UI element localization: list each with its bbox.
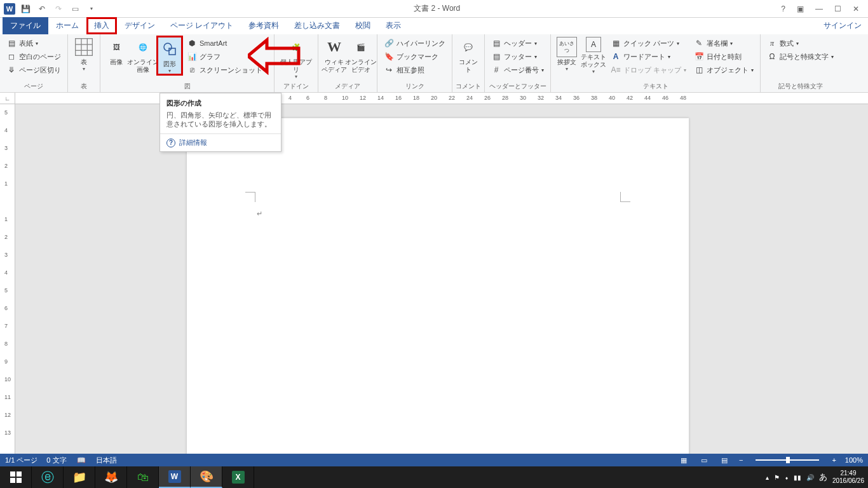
read-mode-view-icon[interactable]: ▭ [698, 456, 710, 464]
online-video-button[interactable]: 🎬オンライン ビデオ [348, 36, 374, 74]
tray-volume-icon[interactable]: 🔊 [806, 474, 814, 481]
touch-mode-icon[interactable]: ▭ [69, 3, 81, 15]
taskbar-store-icon[interactable]: 🛍 [127, 466, 159, 488]
ribbon: ▤表紙 ▾ ◻空白のページ ⤋ページ区切り ページ 表▾ 表 🖼画像 🌐オンライ… [0, 34, 868, 93]
vertical-ruler[interactable]: 5432112345678910111213 [0, 104, 15, 455]
equation-button[interactable]: π数式 ▾ [764, 37, 836, 50]
personal-apps-button[interactable]: 🧩個人用アプリ▾ [277, 36, 315, 79]
tab-view[interactable]: 表示 [378, 17, 409, 34]
print-layout-view-icon[interactable]: ▦ [678, 456, 689, 464]
tray-ime-indicator[interactable]: あ [819, 471, 827, 483]
signature-button[interactable]: ✎署名欄 ▾ [691, 37, 756, 50]
taskbar-explorer-icon[interactable]: 📁 [64, 466, 95, 488]
chart-button[interactable]: 📊グラフ [184, 50, 270, 63]
object-button[interactable]: ◫オブジェクト ▾ [691, 64, 756, 76]
wordart-button[interactable]: Aワードアート ▾ [608, 50, 689, 63]
document-page[interactable]: ↵ [187, 118, 689, 455]
taskbar-word-icon[interactable]: W [159, 466, 191, 488]
tray-chevron-icon[interactable]: ▴ [766, 474, 769, 481]
undo-icon[interactable]: ↶ [36, 3, 48, 15]
quickparts-button[interactable]: ▦クイック パーツ ▾ [608, 37, 689, 50]
video-icon: 🎬 [351, 37, 371, 57]
web-layout-view-icon[interactable]: ▤ [719, 456, 730, 464]
tray-network-icon[interactable]: ▮▮ [794, 474, 801, 481]
textbox-icon: A [586, 37, 601, 52]
tray-bluetooth-icon[interactable]: ⬧ [785, 474, 789, 481]
taskbar-firefox-icon[interactable]: 🦊 [95, 466, 127, 488]
status-word-count[interactable]: 0 文字 [46, 456, 66, 465]
tooltip-body: 円、四角形、矢印など、標準で用意されている図形を挿入します。 [160, 111, 281, 133]
tab-mailings[interactable]: 差し込み文書 [287, 17, 348, 34]
close-icon[interactable]: ✕ [850, 4, 862, 13]
tab-file[interactable]: ファイル [3, 17, 48, 34]
comment-button[interactable]: 💬コメント [455, 36, 482, 74]
tab-references[interactable]: 参考資料 [241, 17, 287, 34]
group-label-media: メディア [321, 81, 374, 92]
footer-icon: ▤ [491, 51, 501, 62]
tab-home[interactable]: ホーム [48, 17, 86, 34]
tray-flag-icon[interactable]: ⚑ [774, 474, 780, 481]
zoom-in-button[interactable]: + [832, 456, 836, 464]
table-button[interactable]: 表▾ [71, 36, 97, 72]
svg-point-5 [164, 43, 172, 51]
help-icon[interactable]: ? [778, 4, 788, 13]
qat-customize-icon[interactable]: ▾ [85, 3, 98, 15]
window-title: 文書 2 - Word [102, 3, 772, 14]
status-language[interactable]: 日本語 [96, 456, 117, 465]
datetime-button[interactable]: 📅日付と時刻 [691, 50, 756, 63]
smartart-icon: ⬢ [187, 38, 197, 48]
tab-insert[interactable]: 挿入 [86, 17, 117, 34]
taskbar-paint-icon[interactable]: 🎨 [191, 466, 222, 488]
minimize-icon[interactable]: — [813, 4, 825, 13]
zoom-slider[interactable] [756, 459, 819, 461]
maximize-icon[interactable]: ☐ [832, 4, 844, 13]
bookmark-button[interactable]: 🔖ブックマーク [381, 50, 448, 63]
blank-page-button[interactable]: ◻空白のページ [4, 50, 64, 63]
save-icon[interactable]: 💾 [19, 3, 32, 15]
spellcheck-icon[interactable]: 📖 [76, 456, 87, 464]
screenshot-button[interactable]: ⎚スクリーンショット ▾ [184, 64, 270, 76]
sign-in-link[interactable]: サインイン [817, 17, 868, 34]
page-break-button[interactable]: ⤋ページ区切り [4, 64, 64, 76]
quick-access-toolbar: W 💾 ↶ ↷ ▭ ▾ [0, 3, 102, 15]
header-button[interactable]: ▤ヘッダー ▾ [489, 37, 546, 50]
symbol-icon: Ω [767, 51, 777, 62]
ribbon-tabs: ファイル ホーム 挿入 デザイン ページ レイアウト 参考資料 差し込み文書 校… [0, 18, 868, 34]
hyperlink-button[interactable]: 🔗ハイパーリンク [381, 37, 448, 50]
chart-icon: 📊 [187, 51, 197, 62]
cover-page-button[interactable]: ▤表紙 ▾ [4, 37, 64, 50]
tooltip-more-info[interactable]: ? 詳細情報 [160, 133, 281, 151]
status-page[interactable]: 1/1 ページ [5, 456, 37, 465]
ribbon-options-icon[interactable]: ▣ [794, 4, 806, 13]
symbol-button[interactable]: Ω記号と特殊文字 ▾ [764, 50, 836, 63]
textbox-button[interactable]: Aテキスト ボックス▾ [580, 36, 607, 74]
crossref-button[interactable]: ↪相互参照 [381, 64, 448, 76]
tab-page-layout[interactable]: ページ レイアウト [163, 17, 241, 34]
group-addins: 🧩個人用アプリ▾ アドイン [275, 34, 318, 92]
zoom-level[interactable]: 100% [845, 456, 863, 464]
zoom-out-button[interactable]: − [739, 456, 743, 464]
greeting-button[interactable]: あいさつ挨拶文▾ [553, 36, 580, 72]
taskbar-excel-icon[interactable]: X [222, 466, 254, 488]
wikipedia-button[interactable]: Wウィキ ペディア [321, 36, 348, 74]
horizontal-ruler[interactable]: 4681012141618202224262830323436384042444… [15, 93, 868, 104]
tab-review[interactable]: 校閲 [348, 17, 378, 34]
footer-button[interactable]: ▤フッター ▾ [489, 50, 546, 63]
tray-clock[interactable]: 21:49 2016/06/26 [832, 470, 864, 485]
quickparts-icon: ▦ [611, 38, 621, 48]
tab-design[interactable]: デザイン [117, 17, 163, 34]
group-comments: 💬コメント コメント [452, 34, 485, 92]
wikipedia-icon: W [324, 37, 344, 57]
smartart-button[interactable]: ⬢SmartArt [184, 37, 270, 50]
shapes-button[interactable]: 図形▾ [156, 36, 183, 76]
redo-icon[interactable]: ↷ [52, 3, 65, 15]
crossref-icon: ↪ [384, 65, 394, 75]
taskbar-ie-icon[interactable]: ⓔ [32, 466, 64, 488]
dropcap-button[interactable]: A≡ドロップ キャップ ▾ [608, 64, 689, 76]
group-tables: 表▾ 表 [68, 34, 100, 92]
online-pictures-button[interactable]: 🌐オンライン 画像 [130, 36, 156, 74]
page-number-button[interactable]: #ページ番号 ▾ [489, 64, 546, 76]
pictures-button[interactable]: 🖼画像 [103, 36, 130, 66]
start-button[interactable] [0, 466, 32, 488]
apps-icon: 🧩 [286, 37, 306, 57]
